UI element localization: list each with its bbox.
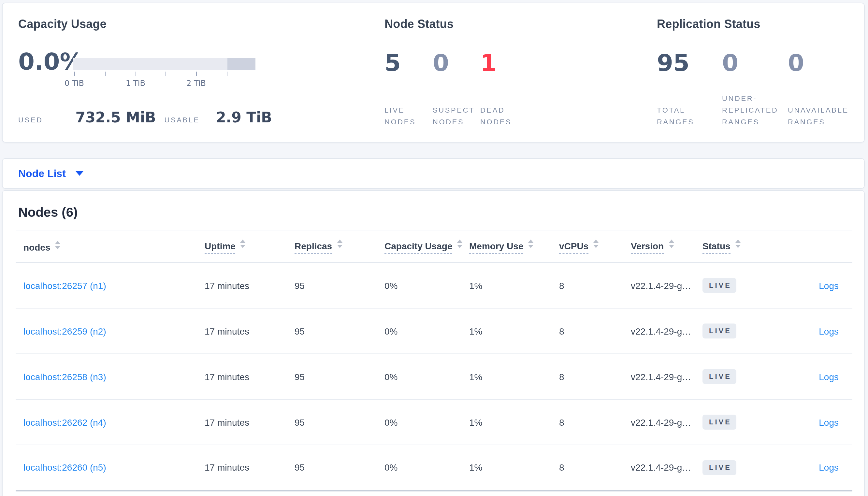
- table-row: localhost:26258 (n3) 17 minutes 95 0% 1%…: [16, 354, 852, 399]
- node-status-section: Node Status 5 LIVE NODES 0 SUSPECT NODES…: [385, 3, 606, 142]
- uptime-cell: 17 minutes: [204, 445, 294, 491]
- column-header-label: vCPUs: [559, 241, 588, 253]
- chevron-down-icon: [76, 171, 84, 176]
- uptime-cell: 17 minutes: [204, 308, 294, 354]
- column-header-label: Status: [703, 241, 731, 253]
- used-label: USED: [18, 116, 43, 124]
- capacity-gauge-reserved-segment: [227, 58, 255, 70]
- status-badge: LIVE: [703, 369, 737, 384]
- table-row: localhost:26260 (n5) 17 minutes 95 0% 1%…: [16, 445, 852, 491]
- replication-status-stats: 95 TOTAL RANGES 0 UNDER-REPLICATED RANGE…: [657, 3, 865, 142]
- column-header[interactable]: Version: [630, 230, 702, 263]
- column-header[interactable]: Uptime: [204, 230, 294, 263]
- sort-icon: [735, 239, 741, 248]
- capacity-usage-cell: 0%: [384, 354, 468, 399]
- column-header-label: Replicas: [295, 241, 332, 253]
- node-link[interactable]: localhost:26257 (n1): [24, 280, 106, 291]
- nodes-table-title: Nodes (6): [18, 205, 864, 220]
- node-link[interactable]: localhost:26258 (n3): [24, 371, 106, 382]
- logs-link[interactable]: Logs: [819, 463, 839, 473]
- capacity-gauge-bar: [73, 58, 255, 70]
- column-header[interactable]: Status: [702, 230, 774, 263]
- uptime-cell: 17 minutes: [204, 263, 294, 308]
- column-header[interactable]: Memory Use: [468, 230, 558, 263]
- version-cell: v22.1.4-29-g…: [630, 399, 702, 445]
- summary-stat: 1 DEAD NODES: [480, 3, 527, 142]
- status-badge: LIVE: [703, 324, 737, 339]
- capacity-usage-cell: 0%: [384, 263, 468, 308]
- stat-label: UNDER-REPLICATED RANGES: [722, 92, 787, 128]
- logs-link[interactable]: Logs: [819, 417, 839, 427]
- version-cell: v22.1.4-29-g…: [630, 263, 702, 308]
- memory-use-cell: 1%: [468, 263, 558, 308]
- capacity-usage-title: Capacity Usage: [18, 18, 107, 31]
- replicas-cell: 95: [294, 354, 384, 399]
- column-header[interactable]: Replicas: [294, 230, 384, 263]
- replication-status-section: Replication Status 95 TOTAL RANGES 0 UND…: [657, 3, 865, 142]
- replicas-cell: 95: [294, 308, 384, 354]
- uptime-cell: 17 minutes: [204, 399, 294, 445]
- summary-stat: 0 SUSPECT NODES: [433, 3, 482, 142]
- stat-value: 0: [722, 51, 738, 75]
- column-header[interactable]: nodes: [16, 230, 204, 263]
- memory-use-cell: 1%: [468, 308, 558, 354]
- sort-icon: [55, 241, 61, 249]
- memory-use-cell: 1%: [468, 445, 558, 491]
- stat-label: SUSPECT NODES: [433, 104, 482, 128]
- cluster-overview-page: Capacity Usage 0.0% 0 TiB 1 TiB 2 TiB US…: [0, 0, 868, 496]
- stat-value: 5: [385, 51, 401, 75]
- gauge-tick: [105, 72, 106, 76]
- column-header-label: Capacity Usage: [385, 241, 452, 253]
- memory-use-cell: 1%: [468, 354, 558, 399]
- stat-value: 0: [788, 51, 804, 75]
- version-cell: v22.1.4-29-g…: [630, 445, 702, 491]
- version-cell: v22.1.4-29-g…: [630, 354, 702, 399]
- table-row: localhost:26262 (n4) 17 minutes 95 0% 1%…: [16, 399, 852, 445]
- column-header[interactable]: Capacity Usage: [384, 230, 468, 263]
- summary-panel: Capacity Usage 0.0% 0 TiB 1 TiB 2 TiB US…: [2, 3, 865, 142]
- capacity-usage-cell: 0%: [384, 445, 468, 491]
- summary-stat: 0 UNDER-REPLICATED RANGES: [722, 3, 787, 142]
- sort-icon: [240, 239, 246, 248]
- nodes-table: nodes Uptime Replicas Capacity Usage Mem…: [16, 230, 851, 491]
- stat-label: TOTAL RANGES: [657, 104, 717, 128]
- replicas-cell: 95: [294, 399, 384, 445]
- logs-link[interactable]: Logs: [819, 371, 839, 382]
- column-header-label: Version: [631, 241, 664, 253]
- view-selector-label: Node List: [18, 168, 66, 179]
- replicas-cell: 95: [294, 445, 384, 491]
- capacity-used-row: USED 732.5 MiB USABLE 2.9 TiB: [18, 109, 272, 126]
- table-row: localhost:26259 (n2) 17 minutes 95 0% 1%…: [16, 308, 852, 354]
- summary-stat: 95 TOTAL RANGES: [657, 3, 717, 142]
- capacity-usage-cell: 0%: [384, 399, 468, 445]
- gauge-tick: [136, 72, 136, 76]
- capacity-gauge: 0 TiB 1 TiB 2 TiB: [73, 58, 255, 91]
- nodes-table-panel: Nodes (6) nodes Uptime Replicas Capacity…: [2, 190, 865, 496]
- uptime-cell: 17 minutes: [204, 354, 294, 399]
- used-value: 732.5 MiB: [76, 109, 156, 126]
- vcpus-cell: 8: [558, 445, 630, 491]
- gauge-tick: [165, 72, 166, 76]
- view-selector-dropdown[interactable]: Node List: [2, 158, 865, 189]
- logs-link[interactable]: Logs: [819, 280, 839, 291]
- summary-stat: 5 LIVE NODES: [385, 3, 431, 142]
- column-header-label: Memory Use: [469, 241, 524, 253]
- logs-link[interactable]: Logs: [819, 326, 839, 336]
- node-link[interactable]: localhost:26262 (n4): [24, 417, 106, 427]
- node-link[interactable]: localhost:26260 (n5): [24, 463, 106, 473]
- stat-value: 0: [433, 51, 449, 75]
- gauge-tick: [74, 72, 75, 76]
- column-header-label: Uptime: [205, 241, 236, 253]
- sort-icon: [457, 239, 463, 248]
- gauge-tick-label: 0 TiB: [55, 79, 94, 88]
- sort-icon: [528, 239, 534, 248]
- status-badge: LIVE: [703, 415, 737, 430]
- stat-value: 1: [480, 51, 496, 75]
- node-link[interactable]: localhost:26259 (n2): [24, 326, 106, 336]
- column-header[interactable]: vCPUs: [558, 230, 630, 263]
- column-header-label: nodes: [24, 242, 50, 252]
- vcpus-cell: 8: [558, 308, 630, 354]
- status-badge: LIVE: [703, 278, 737, 293]
- summary-stat: 0 UNAVAILABLE RANGES: [788, 3, 864, 142]
- vcpus-cell: 8: [558, 263, 630, 308]
